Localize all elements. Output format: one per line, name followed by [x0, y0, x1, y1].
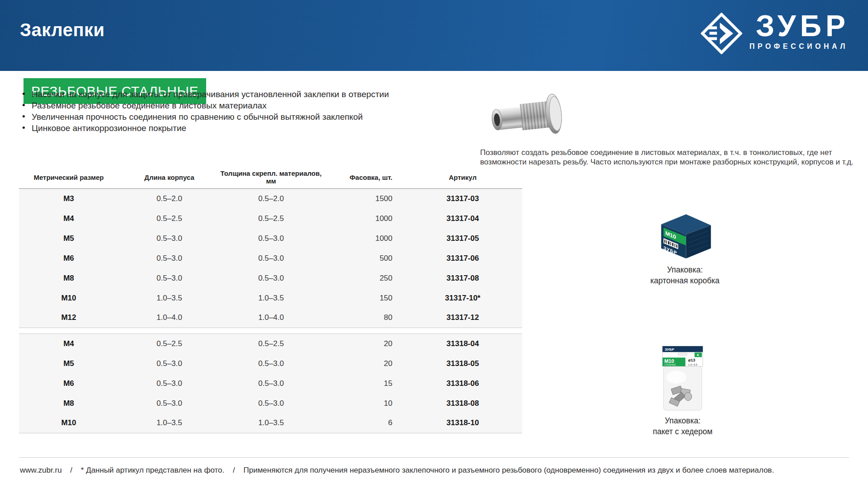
zubr-diamond-icon	[701, 13, 742, 54]
cell-sku: 31318-06	[403, 374, 522, 394]
cell-metric-size: М8	[19, 394, 118, 413]
cell-sku: 31318-10	[403, 413, 522, 433]
cell-body-length: 0.5–3.0	[118, 249, 220, 268]
footer-separator: /	[70, 466, 72, 474]
cell-metric-size: М12	[19, 308, 118, 328]
bag-header-brand: ЗУБР	[665, 347, 675, 352]
cell-pack-qty: 1500	[322, 189, 403, 209]
product-description: Позволяют создать резьбовое соединение в…	[480, 148, 865, 167]
col-header-pack-qty: Фасовка, шт.	[322, 169, 403, 189]
cell-body-length: 1.0–3.5	[118, 288, 220, 308]
col-header-body-length: Длина корпуса	[118, 169, 220, 189]
cell-material-thickness: 0.5–3.0	[220, 268, 322, 288]
cell-pack-qty: 6	[322, 413, 403, 433]
rivet-nut-photo	[486, 89, 576, 143]
page-header: Заклепки ЗУБР ПРОФЕССИОНАЛ	[0, 0, 868, 71]
table-row: М6 0.5–3.0 0.5–3.0 500 31317-06	[19, 249, 522, 268]
table-row: М5 0.5–3.0 0.5–3.0 20 31318-05	[19, 354, 522, 374]
cell-metric-size: М10	[19, 413, 118, 433]
table-body-carton: М3 0.5–2.0 0.5–2.0 1500 31317-03 М4 0.5–…	[19, 189, 522, 328]
caption-line-1: Упаковка:	[631, 264, 739, 275]
footer-note-usage: Применяются для получения неразъемного з…	[243, 466, 774, 474]
cell-material-thickness: 0.5–3.0	[220, 394, 322, 413]
table-row: М12 1.0–4.0 1.0–4.0 80 31317-12	[19, 308, 522, 328]
spec-table-bag: М4 0.5–2.5 0.5–2.5 20 31318-04 М5 0.5–3.…	[19, 333, 522, 433]
table-row: М10 1.0–3.5 1.0–3.5 6 31318-10	[19, 413, 522, 433]
cell-sku: 31317-03	[403, 189, 522, 209]
col-header-metric-size: Метрический размер	[19, 169, 118, 189]
brand-tagline: ПРОФЕССИОНАЛ	[750, 42, 848, 51]
spec-table-carton: Метрический размер Длина корпуса Толщина…	[19, 169, 522, 328]
cell-material-thickness: 0.5–3.0	[220, 249, 322, 268]
cell-pack-qty: 150	[322, 288, 403, 308]
cell-pack-qty: 1000	[322, 209, 403, 229]
bag-size-sublabel: СТАЛЬНЫЕ	[664, 364, 675, 366]
cell-material-thickness: 0.5–2.0	[220, 189, 322, 209]
table-row: М6 0.5–3.0 0.5–3.0 15 31318-06	[19, 374, 522, 394]
table-row: М4 0.5–2.5 0.5–2.5 1000 31317-04	[19, 209, 522, 229]
carton-box-photo: M10 ЗУБР	[655, 211, 717, 261]
table-body-bag: М4 0.5–2.5 0.5–2.5 20 31318-04 М5 0.5–3.…	[19, 334, 522, 433]
cell-sku: 31317-04	[403, 209, 522, 229]
col-header-material-thickness: Толщина скрепл. материалов, мм	[220, 169, 322, 189]
cell-metric-size: М5	[19, 354, 118, 374]
table-header-row: Метрический размер Длина корпуса Толщина…	[19, 169, 522, 189]
caption-line-2: пакет с хедером	[628, 426, 737, 437]
cell-sku: 31318-05	[403, 354, 522, 374]
cell-pack-qty: 1000	[322, 229, 403, 249]
cell-body-length: 0.5–2.0	[118, 189, 220, 209]
table-row: М3 0.5–2.0 0.5–2.0 1500 31317-03	[19, 189, 522, 209]
cell-metric-size: М8	[19, 268, 118, 288]
cell-sku: 31317-06	[403, 249, 522, 268]
cell-body-length: 0.5–3.0	[118, 394, 220, 413]
feature-item: Цинковое антикоррозионное покрытие	[21, 124, 396, 132]
cell-body-length: 0.5–3.0	[118, 268, 220, 288]
feature-item: Насечки на корпусе для защиты от провора…	[21, 90, 396, 99]
footer-divider	[19, 457, 849, 458]
cell-pack-qty: 15	[322, 374, 403, 394]
table-row: М8 0.5–3.0 0.5–3.0 250 31317-08	[19, 268, 522, 288]
cell-sku: 31317-10*	[403, 288, 522, 308]
cell-pack-qty: 80	[322, 308, 403, 328]
cell-body-length: 0.5–3.0	[118, 354, 220, 374]
cell-sku: 31317-05	[403, 229, 522, 249]
footer-note-asterisk: * Данный артикул представлен на фото.	[81, 466, 224, 474]
page-title: Заклепки	[20, 20, 105, 40]
footer-site-link[interactable]: www.zubr.ru	[20, 466, 62, 474]
cell-material-thickness: 0.5–3.0	[220, 374, 322, 394]
feature-item: Разъемное резьбовое соединение в листовы…	[21, 101, 396, 110]
catalog-page: Заклепки ЗУБР ПРОФЕССИОНАЛ РЕЗЬБОВЫЕ СТА…	[0, 0, 868, 488]
bag-range: 1.0–3.5	[688, 363, 698, 366]
table-row: М5 0.5–3.0 0.5–3.0 1000 31317-05	[19, 229, 522, 249]
bag-diameter: ⌀13	[688, 358, 695, 362]
cell-metric-size: М10	[19, 288, 118, 308]
cell-body-length: 0.5–2.5	[118, 334, 220, 354]
col-header-sku: Артикул	[403, 169, 522, 189]
cell-metric-size: М6	[19, 374, 118, 394]
cell-material-thickness: 0.5–3.0	[220, 229, 322, 249]
cell-body-length: 0.5–3.0	[118, 229, 220, 249]
cell-pack-qty: 20	[322, 354, 403, 374]
brand-name: ЗУБР	[756, 11, 849, 41]
cell-sku: 31317-12	[403, 308, 522, 328]
cell-body-length: 1.0–3.5	[118, 413, 220, 433]
cell-sku: 31317-08	[403, 268, 522, 288]
cell-body-length: 0.5–2.5	[118, 209, 220, 229]
cell-pack-qty: 500	[322, 249, 403, 268]
brand-text: ЗУБР ПРОФЕССИОНАЛ	[750, 11, 845, 51]
cell-metric-size: М5	[19, 229, 118, 249]
cell-sku: 31318-08	[403, 394, 522, 413]
cell-material-thickness: 0.5–2.5	[220, 334, 322, 354]
cell-sku: 31318-04	[403, 334, 522, 354]
feature-item: Увеличенная прочность соединения по срав…	[21, 113, 396, 121]
cell-body-length: 1.0–4.0	[118, 308, 220, 328]
cell-metric-size: М6	[19, 249, 118, 268]
footer: www.zubr.ru / * Данный артикул представл…	[20, 466, 774, 475]
cell-material-thickness: 1.0–3.5	[220, 413, 322, 433]
cell-pack-qty: 20	[322, 334, 403, 354]
caption-line-2: картонная коробка	[631, 275, 739, 286]
cell-material-thickness: 0.5–3.0	[220, 354, 322, 374]
cell-metric-size: М3	[19, 189, 118, 209]
cell-pack-qty: 10	[322, 394, 403, 413]
cell-material-thickness: 1.0–3.5	[220, 288, 322, 308]
